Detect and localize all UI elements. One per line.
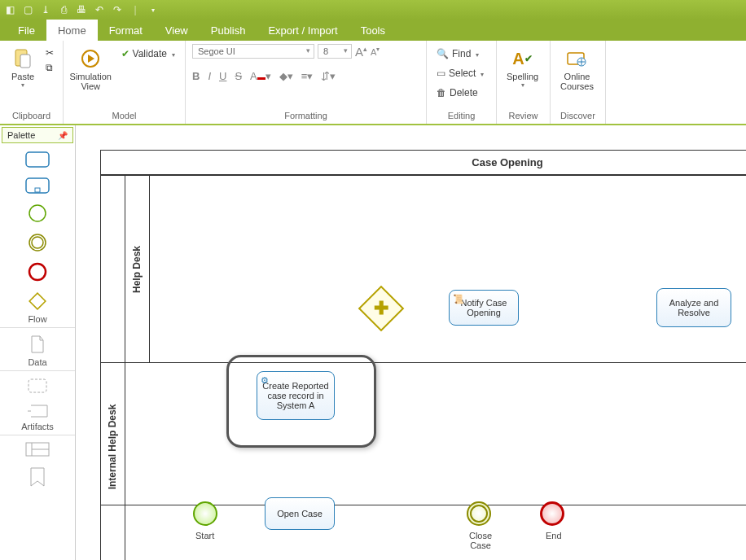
simulation-view-button[interactable]: Simulation View <box>70 44 112 91</box>
service-task-icon: ⚙ <box>261 375 269 386</box>
paste-caret-icon: ▾ <box>21 81 24 89</box>
svg-rect-6 <box>26 152 49 167</box>
pool-title: Case Opening <box>101 151 746 175</box>
ribbon-tabs: File Home Format View Publish Export / I… <box>0 20 746 41</box>
lane-two[interactable] <box>101 362 746 505</box>
group-label-formatting: Formatting <box>192 109 419 122</box>
bold-icon[interactable]: B <box>192 70 200 82</box>
select-button[interactable]: ▭Select <box>433 67 487 80</box>
task-notify[interactable]: 📜 Notify Case Opening <box>449 290 519 326</box>
palette-data-label: Data <box>28 357 46 367</box>
copy-icon[interactable]: ⧉ <box>46 62 54 73</box>
find-button[interactable]: 🔍Find <box>433 47 487 60</box>
tab-export-import[interactable]: Export / Import <box>257 20 349 41</box>
cut-icon[interactable]: ✂ <box>46 47 54 59</box>
quick-access-toolbar: ◧ ▢ ⤓ ⎙ 🖶 ↶ ↷ | ▾ <box>0 0 746 20</box>
new-icon[interactable]: ▢ <box>21 3 34 16</box>
ribbon: Paste ▾ ✂ ⧉ Clipboard Simulation View ✔ … <box>0 41 746 125</box>
validate-button[interactable]: ✔ Validate <box>118 47 178 60</box>
print-icon[interactable]: 🖶 <box>75 3 88 16</box>
palette-pool-shape[interactable] <box>0 435 75 460</box>
spelling-icon: A✔ <box>511 47 534 70</box>
qat-separator: | <box>129 3 142 16</box>
group-label-clipboard: Clipboard <box>7 109 56 122</box>
group-label-discover: Discover <box>557 109 599 122</box>
delete-icon: 🗑 <box>437 87 446 98</box>
svg-rect-14 <box>29 379 46 392</box>
simulation-view-label: Simulation View <box>70 72 112 91</box>
spelling-button[interactable]: A✔ Spelling ▾ <box>503 44 542 89</box>
ribbon-group-model: Simulation View ✔ Validate Model <box>64 41 186 124</box>
palette-header[interactable]: Palette 📌 <box>2 127 73 143</box>
courses-icon <box>565 47 588 70</box>
palette-task-shape[interactable] <box>0 145 75 171</box>
tab-publish[interactable]: Publish <box>200 20 257 41</box>
delete-button[interactable]: 🗑Delete <box>433 86 487 99</box>
svg-rect-13 <box>29 293 46 309</box>
tab-view[interactable]: View <box>154 20 200 41</box>
palette-gateway-shape[interactable]: Flow <box>0 285 75 327</box>
spelling-label: Spelling <box>507 72 538 81</box>
group-label-editing: Editing <box>433 109 489 122</box>
task-create-record[interactable]: ⚙ Create Reported case record in System … <box>257 371 335 420</box>
start-event[interactable] <box>193 501 217 526</box>
font-size-select[interactable]: 8▾ <box>318 44 352 59</box>
italic-icon[interactable]: I <box>208 70 211 82</box>
find-icon: 🔍 <box>437 48 449 59</box>
align-icon[interactable]: ≡▾ <box>301 70 314 82</box>
close-case-label: Close Case <box>459 531 502 550</box>
diagram-canvas[interactable]: Case Opening Internal Help Desk Help Des… <box>76 125 746 560</box>
lane-help-desk[interactable]: Help Desk <box>101 175 746 362</box>
palette-data-shape[interactable]: Data <box>0 328 75 370</box>
valign-icon[interactable]: ⇵▾ <box>321 70 336 82</box>
palette-subprocess-shape[interactable] <box>0 171 75 197</box>
save-icon[interactable]: ⎙ <box>57 3 70 16</box>
undo-icon[interactable]: ↶ <box>93 3 106 16</box>
select-caret-icon <box>479 68 484 79</box>
end-event[interactable] <box>540 501 564 526</box>
ribbon-group-clipboard: Paste ▾ ✂ ⧉ Clipboard <box>0 41 64 124</box>
ribbon-group-discover: Online Courses Discover <box>551 41 606 124</box>
pool[interactable]: Case Opening Internal Help Desk Help Des… <box>100 150 746 560</box>
close-case-event[interactable] <box>467 501 491 526</box>
palette-start-event-shape[interactable] <box>0 197 75 226</box>
tab-home[interactable]: Home <box>46 20 98 41</box>
grow-font-icon[interactable]: A▴ <box>355 45 367 59</box>
palette-lane-shape[interactable] <box>0 460 75 491</box>
palette-flow-label: Flow <box>28 314 46 324</box>
task-analyze-resolve[interactable]: Analyze and Resolve <box>656 288 731 327</box>
svg-rect-7 <box>26 178 49 193</box>
font-select[interactable]: Segoe UI▾ <box>192 44 314 59</box>
script-task-icon: 📜 <box>453 294 464 304</box>
redo-icon[interactable]: ↷ <box>111 3 124 16</box>
shrink-font-icon[interactable]: A▾ <box>371 46 380 57</box>
qat-dropdown-icon[interactable]: ▾ <box>147 3 160 16</box>
fill-color-icon[interactable]: ◆▾ <box>279 70 293 82</box>
font-color-icon[interactable]: A▾ <box>250 70 271 82</box>
palette-annotation-shape[interactable]: Artifacts <box>0 397 75 435</box>
palette-group-shape[interactable] <box>0 371 75 397</box>
validate-icon: ✔ <box>121 48 129 59</box>
palette-intermediate-event-shape[interactable] <box>0 226 75 256</box>
paste-button[interactable]: Paste ▾ <box>7 44 39 89</box>
svg-rect-8 <box>35 188 40 192</box>
tab-tools[interactable]: Tools <box>349 20 397 41</box>
online-courses-button[interactable]: Online Courses <box>557 44 597 91</box>
parallel-gateway[interactable]: ✚ <box>365 292 397 325</box>
end-event-label: End <box>546 531 562 540</box>
strikethrough-icon[interactable]: S <box>235 70 242 82</box>
palette-end-event-shape[interactable] <box>0 256 75 285</box>
tab-file[interactable]: File <box>7 20 46 41</box>
spelling-caret-icon: ▾ <box>521 81 524 89</box>
ribbon-group-formatting: Segoe UI▾ 8▾ A▴ A▾ B I U S A▾ ◆▾ ≡▾ ⇵▾ F… <box>186 41 427 124</box>
work-area: Palette 📌 Flow Data Artifacts Case Openi… <box>0 125 746 560</box>
task-open-case[interactable]: Open Case <box>265 497 335 530</box>
app-icon: ◧ <box>3 3 16 16</box>
open-icon[interactable]: ⤓ <box>39 3 52 16</box>
svg-rect-1 <box>20 55 30 68</box>
underline-icon[interactable]: U <box>219 70 226 82</box>
group-label-model: Model <box>70 109 178 122</box>
lane-help-desk-label: Help Desk <box>125 176 150 362</box>
tab-format[interactable]: Format <box>98 20 154 41</box>
pin-icon[interactable]: 📌 <box>58 131 68 140</box>
